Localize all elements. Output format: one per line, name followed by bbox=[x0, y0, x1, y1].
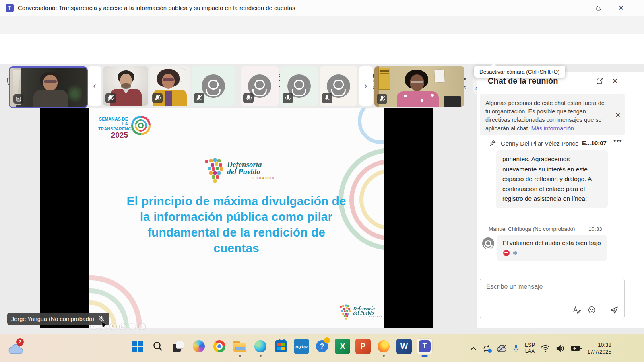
word-icon[interactable]: W bbox=[396, 339, 412, 354]
firefox-icon[interactable] bbox=[376, 339, 391, 354]
mic-off-icon bbox=[194, 93, 204, 103]
filmstrip-prev-button[interactable]: ‹ bbox=[88, 66, 101, 106]
chat-input[interactable]: Escribe un mensaje bbox=[480, 278, 625, 319]
event-logo: SEMANAS DE LA TRANSPARENCIA 2025 bbox=[98, 117, 128, 139]
video-effects-icon[interactable] bbox=[13, 94, 23, 104]
mic-off-icon bbox=[152, 93, 163, 103]
camera-tooltip: Desactivar cámara (Ctrl+Shift+O) bbox=[474, 66, 565, 78]
tray-chevron-up-icon[interactable] bbox=[470, 346, 477, 350]
participant-video-tile[interactable] bbox=[103, 66, 148, 106]
language-change-banner: i Se detectaron cambios de idioma. Reini… bbox=[0, 16, 644, 34]
myhp-icon[interactable]: myhp bbox=[294, 339, 309, 354]
chat-close-icon[interactable]: ✕ bbox=[612, 76, 618, 86]
magnifier-icon[interactable]: ○ bbox=[129, 323, 136, 330]
notice-close-icon[interactable]: ✕ bbox=[615, 111, 621, 119]
mic-off-icon bbox=[377, 94, 387, 104]
desk-monitor bbox=[444, 96, 461, 107]
pink-top bbox=[397, 91, 439, 107]
plant bbox=[68, 84, 82, 104]
chat-panel-title: Chat de la reunión bbox=[488, 76, 558, 86]
task-view-icon[interactable] bbox=[171, 339, 186, 354]
meeting-toolbar: i 02:37:01 Separar Chat bbox=[0, 34, 644, 64]
chat-message-bubble: ponentes. Agradecemos nuevamente su inte… bbox=[496, 150, 608, 208]
window-minimize-icon[interactable]: — bbox=[568, 0, 586, 16]
mic-off-icon bbox=[105, 93, 116, 103]
taskbar: 2 bbox=[0, 334, 644, 362]
external-users-notice: Algunas personas de este chat están fuer… bbox=[480, 94, 625, 135]
mosaic-map-icon bbox=[205, 160, 208, 163]
person-avatar-icon bbox=[482, 237, 494, 249]
decor-ring bbox=[358, 108, 384, 144]
window-restore-icon[interactable] bbox=[589, 0, 608, 16]
no-entry-emoji bbox=[503, 250, 510, 256]
message-timestamp: E...10:07 bbox=[582, 140, 607, 146]
self-glasses bbox=[44, 80, 57, 83]
copy-icon[interactable]: ❐ bbox=[119, 323, 126, 330]
participant-avatar-tile[interactable] bbox=[241, 66, 279, 106]
self-face bbox=[43, 75, 58, 91]
taskbar-clock[interactable]: 10:3817/7/2025 bbox=[587, 341, 611, 355]
message-author: Manuel Chiriboga (No comprobado) bbox=[489, 226, 575, 232]
presentation-stage: SEMANAS DE LA TRANSPARENCIA 2025 Defenso… bbox=[40, 108, 433, 328]
excel-icon[interactable]: X bbox=[335, 339, 350, 354]
more-controls-icon[interactable]: ⋯ bbox=[138, 323, 146, 330]
language-indicator[interactable]: ESPLAA bbox=[525, 342, 535, 354]
weather-widget[interactable]: 2 bbox=[8, 338, 27, 357]
self-body bbox=[33, 90, 68, 107]
window-close-icon[interactable]: ✕ bbox=[612, 0, 630, 16]
toolbar-divider bbox=[469, 74, 469, 91]
pen-icon[interactable]: ✎ bbox=[109, 323, 117, 330]
search-icon[interactable] bbox=[150, 339, 165, 354]
pin-icon bbox=[489, 139, 496, 147]
help-icon[interactable]: ? bbox=[314, 339, 330, 354]
participant-avatar-tile[interactable] bbox=[192, 66, 235, 106]
battery-icon[interactable] bbox=[570, 345, 582, 352]
participant-avatar-tile[interactable] bbox=[280, 66, 318, 106]
tray-mic-icon[interactable] bbox=[513, 344, 519, 353]
mosaic-map-icon bbox=[340, 306, 342, 308]
teams-taskbar-icon[interactable]: T bbox=[417, 339, 432, 354]
chat-popout-icon[interactable] bbox=[596, 77, 604, 85]
speaker-low-emoji bbox=[512, 250, 518, 256]
event-logo-rings-icon bbox=[131, 116, 151, 135]
more-info-link[interactable]: Más información bbox=[531, 125, 574, 132]
copilot-icon[interactable] bbox=[191, 339, 206, 354]
window-title: Conversatorio: Transparencia y acceso a … bbox=[18, 4, 295, 11]
self-video-tile[interactable] bbox=[9, 66, 88, 108]
file-explorer-icon[interactable] bbox=[232, 339, 248, 354]
input-divider bbox=[603, 304, 603, 315]
slide: SEMANAS DE LA TRANSPARENCIA 2025 Defenso… bbox=[89, 108, 384, 328]
onedrive-paused-icon[interactable] bbox=[497, 344, 507, 352]
teams-app-icon: T bbox=[6, 4, 14, 12]
chat-message-bubble: El volumen del audio está bien bajo bbox=[497, 235, 607, 261]
powerpoint-icon[interactable]: P bbox=[355, 339, 371, 354]
format-icon[interactable] bbox=[572, 306, 581, 314]
face bbox=[162, 74, 175, 89]
participant-video-tile[interactable] bbox=[374, 66, 464, 107]
start-button[interactable] bbox=[130, 339, 145, 354]
chat-input-placeholder: Escribe un mensaje bbox=[486, 283, 543, 290]
glasses bbox=[411, 81, 423, 83]
participant-video-tile[interactable] bbox=[150, 66, 190, 106]
glasses bbox=[163, 78, 174, 81]
sync-update-icon[interactable] bbox=[482, 344, 491, 353]
participant-avatar-tile[interactable] bbox=[320, 66, 357, 106]
filmstrip-next-button[interactable]: › bbox=[359, 66, 373, 106]
papers bbox=[434, 69, 445, 82]
send-icon[interactable] bbox=[609, 305, 619, 315]
message-more-icon[interactable]: ••• bbox=[613, 137, 622, 145]
message-timestamp: 10:33 bbox=[588, 226, 602, 232]
window-more-icon[interactable]: ⋯ bbox=[545, 0, 564, 16]
mic-disabled-icon bbox=[243, 93, 254, 103]
presenter-name-label: Jorge Yangua (No comprobado) bbox=[7, 313, 109, 325]
emoji-icon[interactable] bbox=[588, 306, 596, 314]
edge-icon[interactable] bbox=[253, 339, 268, 354]
chrome-icon[interactable] bbox=[212, 339, 227, 354]
wifi-icon[interactable] bbox=[541, 344, 550, 352]
volume-icon[interactable] bbox=[556, 344, 565, 352]
microsoft-store-icon[interactable] bbox=[273, 339, 289, 354]
message-author: Genny Del Pilar Vélez Ponce bbox=[501, 140, 578, 147]
mic-disabled-icon bbox=[283, 93, 293, 103]
slide-title: El principio de máxima divulgación de la… bbox=[111, 193, 361, 256]
poster bbox=[378, 68, 390, 90]
